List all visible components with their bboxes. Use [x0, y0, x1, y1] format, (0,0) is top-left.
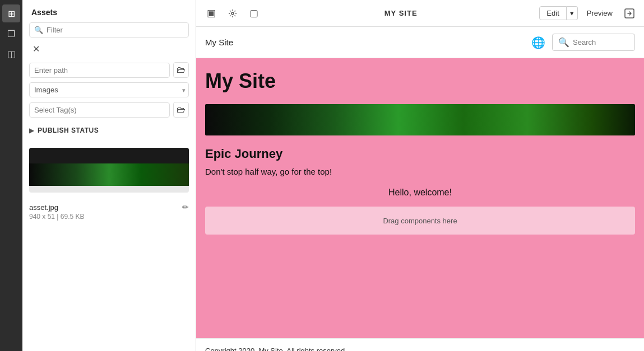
publish-chevron-icon: ▶ [29, 127, 34, 134]
site-welcome-text: Hello, welcome! [205, 188, 635, 198]
filter-input-container: 🔍 [29, 22, 189, 38]
path-row: 🗁 [29, 62, 189, 78]
filter-icon: 🔍 [34, 26, 43, 34]
topbar-right: Edit ▾ Preview [539, 6, 637, 21]
site-banner-image [205, 104, 635, 135]
type-select-row: Images Videos Documents All ▾ [29, 82, 189, 97]
edit-dropdown-button[interactable]: ▾ [567, 6, 578, 20]
path-input[interactable] [29, 63, 170, 78]
site-header-right: 🌐 🔍 [531, 34, 635, 51]
desktop-view-icon[interactable]: ▣ [203, 5, 220, 22]
grid-icon[interactable]: ⊞ [2, 4, 20, 22]
asset-filename: asset.jpg [29, 203, 58, 212]
search-icon: 🔍 [558, 37, 569, 48]
site-title: MY SITE [267, 9, 535, 17]
site-content: My Site Epic Journey Don't stop half way… [196, 58, 644, 338]
drag-drop-zone[interactable]: Drag components here [205, 207, 635, 235]
site-search-box: 🔍 [552, 34, 635, 51]
filter-input[interactable] [47, 26, 184, 34]
site-section-title: Epic Journey [205, 147, 635, 161]
topbar: ▣ ▢ MY SITE Edit ▾ Preview [196, 0, 644, 27]
edit-group: Edit ▾ [539, 6, 577, 20]
site-main-title: My Site [205, 69, 635, 93]
edit-button[interactable]: Edit [539, 6, 566, 20]
publish-status-row[interactable]: ▶ PUBLISH STATUS [29, 124, 189, 137]
site-canvas: My Site 🌐 🔍 My Site Epic Journey Don't s… [196, 27, 644, 351]
svg-point-0 [231, 12, 234, 15]
folder-icon[interactable]: 🗁 [173, 62, 189, 78]
type-select-wrapper: Images Videos Documents All ▾ [29, 82, 189, 97]
tag-row: 🗁 [29, 102, 189, 118]
asset-name-row: asset.jpg ✏ [29, 203, 189, 212]
icon-rail: ⊞ ❐ ◫ [0, 0, 22, 351]
site-header-bar: My Site 🌐 🔍 [196, 27, 644, 58]
layers-icon[interactable]: ❐ [2, 25, 20, 43]
tag-folder-icon[interactable]: 🗁 [173, 102, 189, 118]
asset-preview [29, 148, 189, 193]
settings-icon[interactable] [224, 5, 241, 22]
site-search-input[interactable] [573, 38, 629, 46]
share-icon[interactable] [622, 6, 637, 21]
site-name-label: My Site [205, 38, 233, 47]
site-section-text: Don't stop half way, go for the top! [205, 167, 635, 176]
main-area: ▣ ▢ MY SITE Edit ▾ Preview [196, 0, 644, 351]
globe-icon[interactable]: 🌐 [531, 36, 545, 49]
close-button[interactable]: ✕ [29, 42, 43, 55]
asset-edit-icon[interactable]: ✏ [182, 203, 189, 212]
site-footer-copyright: Copyright 2020, My Site. All rights rese… [205, 347, 635, 351]
monitor-icon[interactable]: ▢ [245, 5, 262, 22]
sidebar: Assets 🔍 ✕ 🗁 Images Videos Documents All… [22, 0, 196, 351]
sidebar-title: Assets [22, 0, 196, 22]
stack-icon[interactable]: ◫ [2, 45, 20, 63]
asset-meta: 940 x 51 | 69.5 KB [29, 213, 189, 221]
site-footer: Copyright 2020, My Site. All rights rese… [196, 338, 644, 351]
publish-status-label: PUBLISH STATUS [38, 127, 99, 134]
tag-input[interactable] [29, 102, 170, 118]
type-select[interactable]: Images Videos Documents All [29, 82, 189, 97]
asset-preview-image [29, 163, 189, 186]
preview-button[interactable]: Preview [582, 7, 617, 20]
